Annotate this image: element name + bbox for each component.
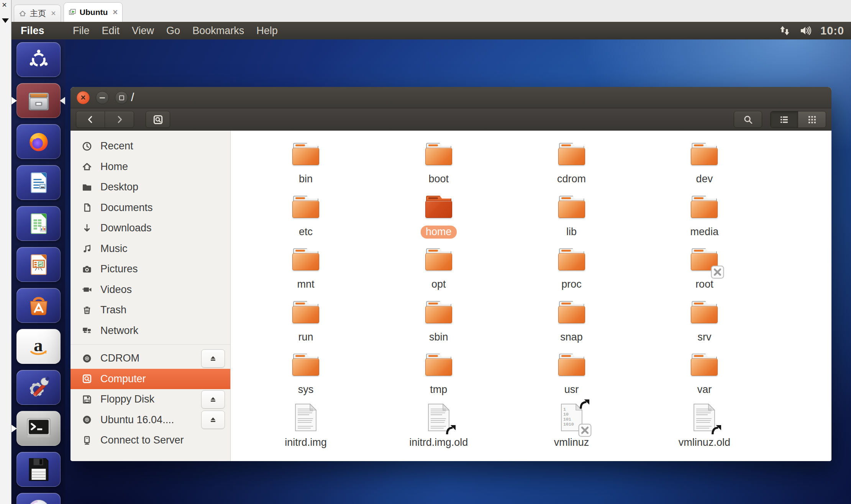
firefox-icon (26, 129, 51, 154)
back-button[interactable] (76, 111, 105, 128)
search-button[interactable] (734, 111, 762, 128)
clock-icon (82, 141, 92, 151)
sidebar-item-label: Recent (100, 140, 133, 152)
grid-view-button[interactable] (798, 111, 826, 128)
file-item-boot[interactable]: boot (372, 136, 505, 187)
active-app-menu[interactable]: Files (21, 25, 44, 37)
minimize-button[interactable] (96, 91, 109, 104)
sidebar-item-computer[interactable]: Computer (71, 369, 230, 389)
tab-close-icon[interactable]: × (51, 8, 56, 18)
file-item-home[interactable]: home (372, 189, 505, 239)
file-label: initrd.img (285, 436, 327, 448)
window-titlebar[interactable]: × / (71, 87, 831, 108)
sidebar-item-pictures[interactable]: Pictures (71, 259, 230, 280)
file-item-initrd-img-old[interactable]: initrd.img.old (372, 399, 505, 450)
sidebar-item-downloads[interactable]: Downloads (71, 218, 230, 239)
sidebar-item-network[interactable]: Network (71, 321, 230, 341)
file-item-bin[interactable]: bin (239, 136, 372, 187)
sidebar-item-home[interactable]: Home (71, 157, 230, 177)
launcher-item-libreoffice-writer[interactable] (16, 165, 61, 200)
svg-text:1: 1 (563, 407, 566, 412)
maximize-button[interactable] (115, 91, 128, 104)
menu-file[interactable]: File (73, 25, 90, 37)
launcher-item-files[interactable] (16, 83, 61, 118)
file-item-sbin[interactable]: sbin (372, 294, 505, 345)
folder-icon (425, 248, 452, 270)
floppy-disk-icon (26, 457, 51, 482)
tab-label: 主页 (30, 8, 46, 19)
file-item-mnt[interactable]: mnt (239, 241, 372, 292)
menu-help[interactable]: Help (256, 25, 278, 37)
file-item-srv[interactable]: srv (638, 294, 771, 345)
file-label: var (697, 383, 712, 396)
launcher-item-libreoffice-impress[interactable] (16, 247, 61, 282)
launcher-item-firefox[interactable] (16, 124, 61, 159)
symlink-emblem-icon (579, 399, 590, 410)
file-item-sys[interactable]: sys (239, 347, 372, 397)
file-item-proc[interactable]: proc (505, 241, 638, 292)
sidebar-item-videos[interactable]: Videos (71, 280, 230, 300)
sidebar-item-desktop[interactable]: Desktop (71, 177, 230, 198)
clock[interactable]: 10:0 (820, 25, 851, 37)
tab-close-icon[interactable]: × (113, 7, 118, 17)
menu-bookmarks[interactable]: Bookmarks (192, 25, 244, 37)
libreoffice-impress-icon (26, 252, 51, 277)
menu-view[interactable]: View (132, 25, 154, 37)
file-item-lib[interactable]: lib (505, 189, 638, 239)
eject-button-cdrom[interactable] (201, 349, 225, 368)
dropdown-arrow-icon[interactable] (2, 18, 9, 23)
file-item-var[interactable]: var (638, 347, 771, 397)
files-icon (26, 88, 51, 113)
home-tab-icon (19, 10, 26, 17)
launcher-item-ubuntu-software[interactable] (16, 288, 61, 323)
sidebar-item-connect-to-server[interactable]: Connect to Server (71, 430, 230, 451)
network-updown-icon[interactable] (779, 25, 790, 36)
file-item-vmlinuz[interactable]: 1101011010vmlinuz (505, 399, 638, 450)
file-item-initrd-img[interactable]: initrd.img (239, 399, 372, 450)
sidebar-item-trash[interactable]: Trash (71, 300, 230, 321)
file-item-etc[interactable]: etc (239, 189, 372, 239)
sidebar-item-floppy-disk[interactable]: Floppy Disk (71, 389, 230, 410)
launcher-item-terminal[interactable] (16, 411, 61, 446)
launcher-item-libreoffice-calc[interactable] (16, 206, 61, 241)
file-item-vmlinuz-old[interactable]: vmlinuz.old (638, 399, 771, 450)
file-item-media[interactable]: media (638, 189, 771, 239)
file-item-usr[interactable]: usr (505, 347, 638, 397)
ubuntu-top-bar: Files FileEditViewGoBookmarksHelp 10:0 (11, 22, 851, 39)
sidebar-item-recent[interactable]: Recent (71, 136, 230, 157)
menu-edit[interactable]: Edit (102, 25, 120, 37)
launcher-item-cdrom-disc[interactable] (16, 493, 61, 504)
folder-icon (292, 143, 319, 165)
browser-tab-主页[interactable]: 主页× (14, 5, 61, 22)
sidebar-item-music[interactable]: Music (71, 239, 230, 259)
camera-icon (82, 264, 92, 274)
launcher-item-amazon[interactable]: a (16, 329, 61, 364)
file-item-cdrom[interactable]: cdrom (505, 136, 638, 187)
menu-go[interactable]: Go (166, 25, 180, 37)
file-item-run[interactable]: run (239, 294, 372, 345)
video-icon (82, 285, 92, 295)
forward-button[interactable] (105, 111, 134, 128)
file-item-root[interactable]: root (638, 241, 771, 292)
sidebar-item-documents[interactable]: Documents (71, 198, 230, 218)
volume-icon[interactable] (800, 25, 811, 36)
file-item-dev[interactable]: dev (638, 136, 771, 187)
close-button[interactable]: × (77, 91, 90, 104)
launcher-item-floppy-disk[interactable] (16, 452, 61, 487)
sidebar-item-cdrom[interactable]: CDROM (71, 348, 230, 369)
launcher-item-system-settings[interactable] (16, 370, 61, 405)
eject-button-ubuntu-16-04[interactable] (201, 411, 225, 429)
panel-close-icon[interactable]: × (2, 1, 7, 9)
browser-tab-ubuntu[interactable]: Ubuntu× (64, 2, 123, 22)
file-item-snap[interactable]: snap (505, 294, 638, 345)
location-button[interactable] (146, 111, 170, 128)
ubuntu-dash-icon (26, 47, 51, 72)
browser-tab-strip: 主页×Ubuntu× (11, 0, 851, 22)
file-item-tmp[interactable]: tmp (372, 347, 505, 397)
list-view-button[interactable] (771, 111, 798, 128)
file-item-opt[interactable]: opt (372, 241, 505, 292)
sidebar-item-ubuntu-16-04[interactable]: Ubuntu 16.04.... (71, 410, 230, 430)
launcher-item-ubuntu-dash[interactable] (16, 42, 61, 77)
floppy-icon (82, 394, 92, 404)
eject-button-floppy-disk[interactable] (201, 390, 225, 409)
